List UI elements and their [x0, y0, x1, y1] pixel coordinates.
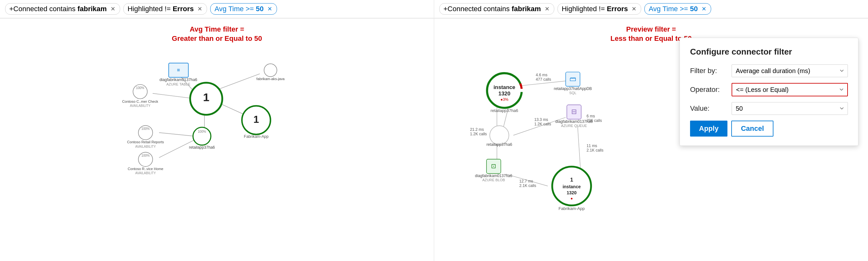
left-node-rvice-home[interactable]: 100% Contoso R..vice Home AVAILABILITY — [128, 152, 163, 175]
cancel-button[interactable]: Cancel — [731, 121, 773, 137]
svg-text:Contoso R..vice Home: Contoso R..vice Home — [128, 167, 163, 171]
operator-row: Operator: <= (Less or Equal) — [690, 83, 848, 96]
svg-text:⊞: ⊞ — [177, 68, 180, 72]
left-filter-highlighted-text: Highlighted != Errors — [127, 5, 194, 13]
left-filter-highlighted-close[interactable]: ✕ — [197, 5, 203, 12]
svg-text:SQL: SQL — [569, 91, 576, 95]
filter-by-select[interactable]: Average call duration (ms) — [732, 65, 848, 77]
filter-by-label: Filter by: — [690, 67, 732, 75]
value-row: Value: 50 — [690, 102, 848, 115]
svg-text:100%: 100% — [136, 86, 145, 90]
right-filter-highlighted-close[interactable]: ✕ — [631, 5, 637, 12]
left-filter-avgtime[interactable]: Avg Time >= 50 ✕ — [210, 3, 277, 15]
svg-line-6 — [159, 133, 195, 136]
left-filter-avgtime-text: Avg Time >= 50 — [214, 5, 264, 13]
svg-text:477 calls: 477 calls — [536, 77, 551, 82]
svg-text:13.3 ms: 13.3 ms — [534, 117, 548, 122]
svg-text:Fabrikam-App: Fabrikam-App — [244, 134, 268, 139]
left-node-retailapp[interactable]: 100% retailapp37ha6 — [189, 127, 215, 150]
svg-text:4.6 ms: 4.6 ms — [536, 73, 547, 77]
left-node-retail-reports[interactable]: 100% Contoso Retail Reports AVAILABILITY — [127, 125, 164, 148]
svg-text:AZURE BLOB: AZURE BLOB — [483, 178, 505, 182]
svg-text:instance: instance — [494, 84, 515, 90]
svg-text:1.2K calls: 1.2K calls — [470, 132, 487, 136]
right-filter-connected-close[interactable]: ✕ — [544, 5, 550, 12]
svg-text:2.1K calls: 2.1K calls — [520, 183, 536, 188]
svg-line-4 — [153, 94, 195, 99]
svg-text:1320: 1320 — [567, 190, 577, 195]
svg-text:retailapp37ha6: retailapp37ha6 — [487, 142, 513, 147]
svg-text:2.1K calls: 2.1K calls — [587, 148, 603, 152]
operator-label: Operator: — [690, 85, 732, 94]
svg-text:1320: 1320 — [498, 90, 510, 97]
right-filter-connected-text: +Connected contains fabrikam — [443, 5, 541, 13]
svg-text:1: 1 — [253, 114, 259, 125]
svg-text:●: ● — [570, 196, 573, 201]
left-filter-connected-text: +Connected contains fabrikam — [9, 5, 107, 13]
left-node-main[interactable]: 1 — [190, 83, 222, 115]
left-filter-avgtime-close[interactable]: ✕ — [267, 5, 273, 12]
right-panel: Preview filter = Less than or Equal to 5… — [434, 18, 868, 261]
right-node-instance1320[interactable]: instance 1320 ●3% retailapp37ha6 — [487, 73, 522, 113]
svg-text:100%: 100% — [142, 127, 150, 130]
svg-text:diagfabrikam0137ha6: diagfabrikam0137ha6 — [475, 174, 513, 178]
svg-text:100%: 100% — [198, 130, 206, 134]
svg-text:AVAILABILITY: AVAILABILITY — [135, 171, 156, 175]
right-filter-bar: +Connected contains fabrikam ✕ Highlight… — [434, 0, 868, 18]
configure-connector-filter-panel: Configure connector filter Filter by: Av… — [680, 38, 859, 146]
svg-text:6 ms: 6 ms — [587, 114, 595, 118]
svg-text:AZURE TABLE: AZURE TABLE — [166, 82, 190, 86]
svg-text:retailapp37ha6: retailapp37ha6 — [491, 108, 519, 113]
right-filter-avgtime-close[interactable]: ✕ — [701, 5, 707, 12]
value-label: Value: — [690, 104, 732, 113]
left-filter-bar: +Connected contains fabrikam ✕ Highlight… — [0, 0, 434, 18]
svg-text:12.7 ms: 12.7 ms — [520, 179, 533, 183]
svg-text:Fabrikam-App: Fabrikam-App — [558, 206, 585, 211]
config-panel-title: Configure connector filter — [690, 47, 848, 57]
left-filter-connected[interactable]: +Connected contains fabrikam ✕ — [5, 3, 120, 15]
svg-text:retailapp37ha6AppDB: retailapp37ha6AppDB — [554, 86, 592, 91]
right-filter-connected[interactable]: +Connected contains fabrikam ✕ — [439, 3, 554, 15]
apply-button[interactable]: Apply — [690, 121, 727, 137]
right-filter-avgtime[interactable]: Avg Time >= 50 ✕ — [644, 3, 711, 15]
right-filter-avgtime-text: Avg Time >= 50 — [649, 5, 698, 13]
svg-text:instance: instance — [563, 184, 581, 189]
operator-select[interactable]: <= (Less or Equal) — [732, 83, 848, 96]
left-node-fabrikam-app[interactable]: 1 Fabrikam-App — [242, 106, 270, 139]
svg-line-38 — [578, 126, 581, 171]
svg-text:fabrikam-aks-java: fabrikam-aks-java — [256, 77, 285, 81]
left-panel: Avg Time filter = Greater than or Equal … — [0, 18, 434, 261]
right-node-retailapp[interactable]: retailapp37ha6 — [487, 126, 513, 147]
svg-text:⊟: ⊟ — [571, 108, 577, 115]
svg-text:⊡: ⊡ — [491, 163, 496, 170]
svg-text:21.2 ms: 21.2 ms — [470, 127, 484, 132]
left-filter-highlighted[interactable]: Highlighted != Errors ✕ — [123, 3, 207, 15]
svg-text:retailapp37ha6: retailapp37ha6 — [189, 145, 215, 150]
left-node-fabrikam-aks[interactable]: fabrikam-aks-java — [256, 64, 285, 81]
right-node-fabrikam-app-bottom[interactable]: 1 instance 1320 ● Fabrikam-App — [552, 166, 591, 211]
left-node-diagfabrikam[interactable]: ⊞ diagfabrikam0137ha6 AZURE TABLE — [159, 63, 197, 86]
right-filter-highlighted-text: Highlighted != Errors — [562, 5, 628, 13]
svg-text:1.2K calls: 1.2K calls — [534, 122, 551, 126]
svg-text:Contoso Retail Reports: Contoso Retail Reports — [127, 140, 164, 144]
svg-text:1: 1 — [203, 91, 210, 104]
svg-text:AVAILABILITY: AVAILABILITY — [135, 145, 156, 148]
right-graph: 4.6 ms 477 calls 21.2 ms 1.2K calls 13.3… — [434, 18, 703, 261]
config-panel-buttons: Apply Cancel — [690, 121, 848, 137]
filter-by-row: Filter by: Average call duration (ms) — [690, 65, 848, 77]
right-node-sql[interactable]: 🗃 retailapp37ha6AppDB SQL — [554, 72, 592, 95]
right-filter-highlighted[interactable]: Highlighted != Errors ✕ — [557, 3, 641, 15]
svg-text:AVAILABILITY: AVAILABILITY — [130, 104, 151, 108]
svg-text:11 ms: 11 ms — [587, 144, 597, 148]
svg-point-18 — [264, 64, 277, 77]
svg-text:Contoso C..mer Check: Contoso C..mer Check — [122, 100, 158, 103]
svg-text:🗃: 🗃 — [569, 75, 576, 82]
right-node-blob[interactable]: ⊡ diagfabrikam0137ha6 AZURE BLOB — [475, 159, 513, 182]
svg-text:100%: 100% — [142, 154, 150, 157]
svg-text:●3%: ●3% — [500, 97, 508, 102]
left-filter-connected-close[interactable]: ✕ — [110, 5, 116, 12]
svg-text:AZURE QUEUE: AZURE QUEUE — [561, 124, 587, 127]
value-select[interactable]: 50 — [732, 102, 848, 115]
left-node-contoso-check[interactable]: 100% Contoso C..mer Check AVAILABILITY — [122, 84, 158, 108]
left-graph: ⊞ diagfabrikam0137ha6 AZURE TABLE 100% C… — [0, 18, 434, 261]
